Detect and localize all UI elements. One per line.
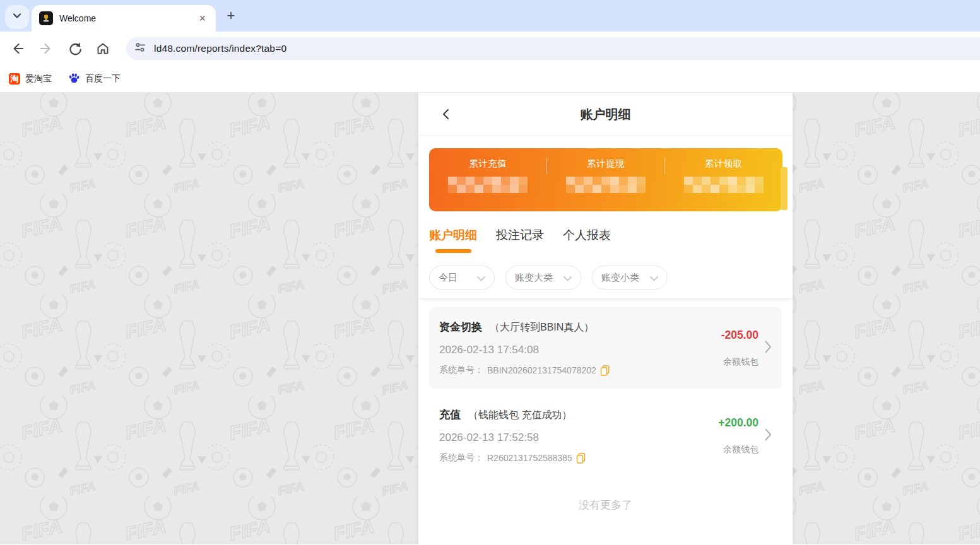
transaction-amount: +200.00 (718, 416, 759, 430)
transaction-list: 资金切换 （大厅转到BBIN真人） 2026-02-13 17:54:08 系统… (418, 299, 793, 531)
tab-account-detail[interactable]: 账户明细 (429, 227, 477, 253)
transaction-datetime: 2026-02-13 17:54:08 (439, 344, 610, 356)
tab-strip: Welcome × + (0, 0, 980, 32)
redacted-amount (566, 177, 646, 193)
active-tab-underline (435, 249, 471, 253)
order-number: BBIN202602131754078202 (487, 365, 596, 375)
no-more-text: 没有更多了 (429, 483, 782, 531)
wallet-label: 余额钱包 (721, 356, 759, 368)
divider (546, 158, 547, 174)
order-label: 系统单号： (439, 452, 483, 464)
forward-icon[interactable] (38, 41, 54, 56)
bookmarks-bar: 淘 爱淘宝 百度一下 (0, 66, 980, 93)
filter-minor-category-dropdown[interactable]: 账变小类 (592, 266, 668, 290)
bookmark-aitaobao[interactable]: 淘 爱淘宝 (9, 73, 52, 85)
new-tab-button[interactable]: + (222, 7, 240, 25)
chevron-right-icon (765, 341, 772, 356)
copy-icon[interactable] (576, 453, 586, 464)
reload-icon[interactable] (68, 41, 83, 56)
chevron-down-icon (477, 272, 485, 283)
transaction-row[interactable]: 资金切换 （大厅转到BBIN真人） 2026-02-13 17:54:08 系统… (429, 307, 782, 389)
browser-toolbar: ld48.com/reports/index?tab=0 (0, 32, 980, 66)
back-button[interactable] (436, 93, 456, 136)
site-settings-icon[interactable] (134, 41, 146, 56)
filter-row: 今日 账变大类 账变小类 (418, 259, 793, 299)
back-icon[interactable] (10, 41, 25, 56)
address-bar[interactable]: ld48.com/reports/index?tab=0 (126, 37, 980, 60)
transaction-datetime: 2026-02-13 17:52:58 (439, 431, 586, 444)
tab-personal-report[interactable]: 个人报表 (563, 227, 611, 253)
home-icon[interactable] (95, 41, 110, 56)
redacted-amount (448, 177, 528, 193)
bookmark-baidu[interactable]: 百度一下 (68, 72, 121, 86)
card-peek-strip (781, 167, 788, 210)
copy-icon[interactable] (600, 365, 610, 376)
site-favicon-icon (39, 11, 53, 25)
browser-tab[interactable]: Welcome × (32, 5, 216, 32)
transaction-note: （大厅转到BBIN真人） (490, 321, 594, 334)
tab-title: Welcome (59, 13, 196, 23)
chevron-down-icon (650, 272, 658, 283)
tab-bet-records[interactable]: 投注记录 (496, 227, 544, 253)
summary-total-claimed: 累计领取 (664, 148, 782, 211)
chevron-right-icon (765, 428, 772, 443)
tab-close-icon[interactable]: × (196, 11, 208, 25)
redacted-amount (684, 177, 764, 193)
account-detail-panel: 账户明细 累计充值 累计提现 累计领取 账户明细 (418, 93, 793, 544)
baidu-paw-icon (68, 72, 80, 86)
summary-total-withdraw: 累计提现 (547, 148, 665, 211)
filter-major-category-dropdown[interactable]: 账变大类 (505, 266, 581, 290)
order-number: R2602131752588385 (487, 453, 572, 463)
wallet-label: 余额钱包 (718, 444, 759, 455)
filter-date-dropdown[interactable]: 今日 (429, 266, 495, 290)
transaction-amount: -205.00 (721, 329, 759, 342)
transaction-note: （钱能钱包 充值成功） (468, 409, 572, 422)
transaction-type: 资金切换 (439, 320, 482, 334)
taobao-icon: 淘 (9, 73, 20, 85)
browser-window: Welcome × + ld48.com (0, 0, 980, 93)
chevron-down-icon (12, 11, 22, 23)
report-tabs: 账户明细 投注记录 个人报表 (418, 227, 793, 253)
transaction-row[interactable]: 充值 （钱能钱包 充值成功） 2026-02-13 17:52:58 系统单号：… (429, 395, 782, 476)
page-header: 账户明细 (418, 93, 793, 136)
summary-total-deposit: 累计充值 (429, 148, 547, 211)
order-label: 系统单号： (439, 365, 483, 376)
page-viewport: FIFA FIFA 账户明细 累计充值 (0, 93, 980, 544)
divider (664, 158, 665, 174)
chevron-down-icon (564, 272, 572, 283)
url-text: ld48.com/reports/index?tab=0 (154, 43, 286, 54)
summary-card: 累计充值 累计提现 累计领取 (429, 148, 782, 211)
page-title: 账户明细 (581, 106, 631, 123)
transaction-type: 充值 (439, 407, 461, 422)
tab-search-button[interactable] (5, 5, 29, 29)
